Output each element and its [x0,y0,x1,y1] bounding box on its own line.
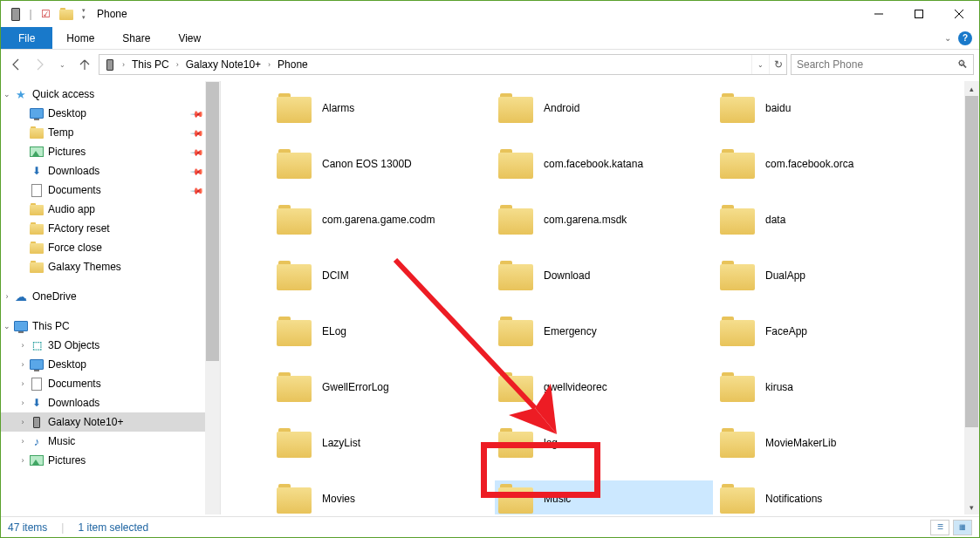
status-bar: 47 items | 1 item selected ☰ ▦ [1,516,979,537]
minimize-button[interactable] [859,1,899,27]
folder-item[interactable]: com.facebook.katana [495,146,713,182]
maximize-button[interactable] [899,1,939,27]
scroll-down-icon[interactable]: ▾ [964,500,979,514]
qat-dropdown[interactable]: ▾▾ [78,4,90,24]
nav-pictures-2[interactable]: ›Pictures [1,451,220,470]
folder-item[interactable]: Music [495,480,713,514]
breadcrumb-folder[interactable]: Phone [276,58,310,71]
titlebar: | ☑ ▾▾ Phone [1,1,979,27]
nav-pictures[interactable]: Pictures📌 [1,142,220,161]
help-icon[interactable]: ? [958,31,972,45]
refresh-button[interactable]: ↻ [769,55,786,74]
nav-forward-button [29,54,50,75]
ribbon-minimize-icon[interactable]: ⌄ [944,33,951,43]
breadcrumb-separator[interactable]: › [122,60,125,69]
folder-item[interactable]: DCIM [273,257,491,294]
folder-icon [720,261,755,290]
folder-item[interactable]: Android [495,90,713,126]
nav-3d-objects[interactable]: ›⬚3D Objects [1,336,220,355]
nav-desktop-2[interactable]: ›Desktop [1,355,220,374]
nav-galaxy-note10[interactable]: ›Galaxy Note10+ [1,412,220,432]
address-dropdown[interactable]: ⌄ [751,55,769,74]
nav-documents-2[interactable]: ›Documents [1,374,220,393]
folder-item[interactable]: LazyList [273,425,491,461]
folder-item[interactable]: Notifications [716,480,935,514]
folder-item[interactable]: data [716,201,935,238]
qat-check-icon[interactable]: ☑ [36,4,55,24]
address-row: ⌄ › This PC › Galaxy Note10+ › Phone ⌄ ↻… [1,50,979,79]
nav-history-dropdown[interactable]: ⌄ [51,54,72,75]
folder-label: Notifications [765,493,822,505]
folder-label: Canon EOS 1300D [322,158,412,170]
folder-icon [277,205,312,235]
nav-audio-app[interactable]: Audio app [1,200,220,219]
folder-item[interactable]: baidu [716,90,935,126]
folder-label: DCIM [322,269,349,282]
nav-scrollbar[interactable] [205,81,220,514]
nav-this-pc[interactable]: ⌄This PC [1,317,220,336]
status-item-count: 47 items [8,521,47,534]
folder-label: com.garena.msdk [544,214,627,226]
breadcrumb-device[interactable]: Galaxy Note10+ [184,58,263,71]
view-details-button[interactable]: ☰ [930,520,949,535]
folder-icon [277,484,312,514]
view-icons-button[interactable]: ▦ [953,520,972,535]
folder-icon [498,93,533,123]
close-button[interactable] [939,1,979,27]
folder-item[interactable]: kirusa [716,369,935,405]
tab-share[interactable]: Share [108,27,164,49]
folder-item[interactable]: DualApp [716,257,935,294]
nav-galaxy-themes[interactable]: Galaxy Themes [1,257,220,276]
qat-folder-icon [57,4,76,24]
folder-item[interactable]: Alarms [273,90,491,126]
folder-item[interactable]: com.garena.game.codm [273,201,491,238]
breadcrumb-this-pc[interactable]: This PC [130,58,171,71]
navigation-pane: ⌄★ Quick access Desktop📌 Temp📌 Pictures📌… [1,81,221,514]
breadcrumb-separator[interactable]: › [268,60,271,69]
nav-temp[interactable]: Temp📌 [1,123,220,142]
nav-quick-access[interactable]: ⌄★ Quick access [1,85,220,104]
nav-back-button[interactable] [6,54,27,75]
nav-force-close[interactable]: Force close [1,238,220,257]
window-title: Phone [97,8,127,20]
nav-downloads[interactable]: ⬇Downloads📌 [1,161,220,180]
folder-label: data [765,214,785,226]
folder-item[interactable]: FaceApp [716,313,935,350]
folder-label: DualApp [765,269,805,282]
folder-item[interactable]: log [495,425,713,461]
breadcrumb-separator[interactable]: › [176,60,179,69]
nav-up-button[interactable] [74,54,95,75]
folder-item[interactable]: Download [495,257,713,294]
file-tab[interactable]: File [1,27,52,49]
files-scrollbar[interactable]: ▴ ▾ [964,81,979,514]
folder-label: com.facebook.katana [544,158,643,170]
folder-item[interactable]: com.garena.msdk [495,201,713,238]
files-pane: AlarmsAndroidbaiduCanon EOS 1300Dcom.fac… [221,81,979,514]
nav-documents[interactable]: Documents📌 [1,180,220,200]
search-icon: 🔍︎ [957,58,968,71]
folder-item[interactable]: com.facebook.orca [716,146,935,182]
folder-item[interactable]: GwellErrorLog [273,369,491,405]
folder-item[interactable]: gwellvideorec [495,369,713,405]
nav-factory-reset[interactable]: FActory reset [1,219,220,238]
folder-item[interactable]: Emergency [495,313,713,350]
nav-music[interactable]: ›♪Music [1,432,220,451]
nav-desktop[interactable]: Desktop📌 [1,104,220,123]
tab-view[interactable]: View [164,27,215,49]
folder-item[interactable]: Movies [273,480,491,514]
folder-item[interactable]: ELog [273,313,491,350]
folder-icon [498,205,533,235]
folder-icon [498,149,533,179]
folder-item[interactable]: Canon EOS 1300D [273,146,491,182]
nav-quick-access-label: Quick access [32,88,94,100]
nav-downloads-2[interactable]: ›⬇Downloads [1,393,220,412]
address-bar[interactable]: › This PC › Galaxy Note10+ › Phone ⌄ ↻ [99,54,787,75]
folder-icon [720,428,755,458]
search-box[interactable]: Search Phone 🔍︎ [791,54,974,75]
scroll-up-icon[interactable]: ▴ [964,81,979,96]
folder-icon [277,372,312,402]
folder-label: GwellErrorLog [322,381,389,393]
tab-home[interactable]: Home [52,27,108,49]
folder-item[interactable]: MovieMakerLib [716,425,935,461]
nav-onedrive[interactable]: ›☁OneDrive [1,287,220,306]
